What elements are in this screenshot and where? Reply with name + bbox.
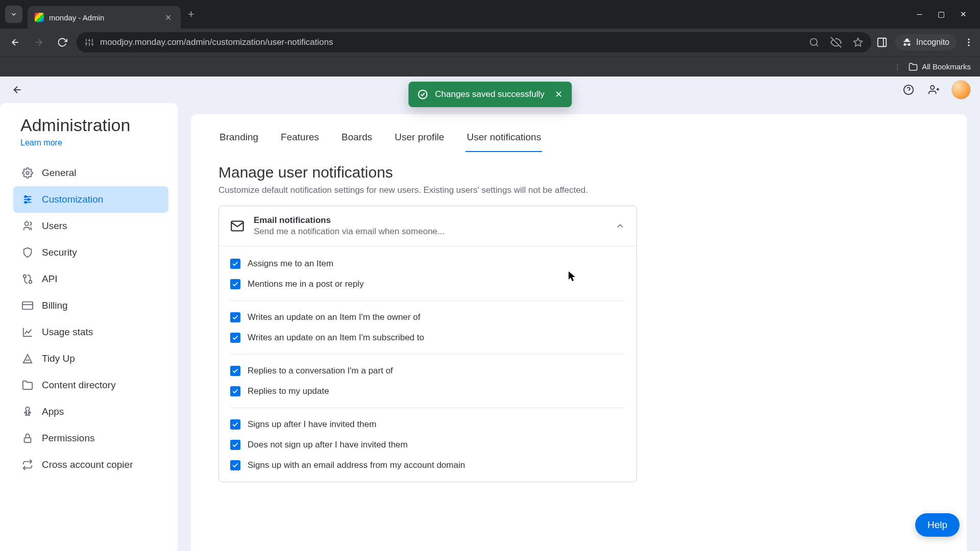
- sidebar-item-content-directory[interactable]: Content directory: [13, 372, 168, 398]
- checkbox[interactable]: [230, 333, 240, 343]
- tab-search-button[interactable]: [5, 6, 22, 23]
- sidebar-item-label: Users: [42, 220, 67, 232]
- app-viewport: Changes saved successfully ✕ Administrat…: [0, 77, 980, 551]
- sidebar-item-users[interactable]: Users: [13, 213, 168, 239]
- svg-point-18: [968, 41, 969, 43]
- svg-point-27: [26, 171, 29, 174]
- checkbox-row: Replies to my update: [230, 381, 625, 402]
- checkbox[interactable]: [230, 419, 240, 430]
- reload-button[interactable]: [53, 33, 71, 52]
- sidebar-item-label: Apps: [42, 406, 64, 417]
- invite-icon-button[interactable]: [926, 82, 942, 98]
- svg-point-17: [968, 39, 969, 40]
- forward-button[interactable]: [30, 33, 48, 52]
- chart-icon: [21, 326, 34, 338]
- gear-icon: [21, 167, 34, 179]
- checkbox-row: Signs up after I have invited them: [230, 414, 625, 435]
- checkbox[interactable]: [230, 312, 240, 322]
- sidebar-item-customization[interactable]: Customization: [13, 186, 168, 213]
- sidebar-item-label: Usage stats: [42, 327, 93, 338]
- new-tab-button[interactable]: +: [188, 8, 194, 21]
- svg-point-11: [811, 39, 817, 45]
- minimize-button[interactable]: ─: [917, 10, 922, 19]
- browser-toolbar: moodjoy.monday.com/admin/customization/u…: [0, 29, 980, 56]
- sidebar-item-billing[interactable]: Billing: [13, 292, 168, 319]
- users-icon: [21, 220, 34, 232]
- svg-rect-15: [878, 38, 887, 47]
- svg-point-31: [25, 196, 27, 198]
- tab-features[interactable]: Features: [280, 127, 320, 152]
- sidebar-item-label: Customization: [42, 194, 103, 205]
- eye-off-icon[interactable]: [830, 37, 842, 48]
- all-bookmarks-button[interactable]: All Bookmarks: [922, 62, 971, 71]
- card-header[interactable]: Email notifications Send me a notificati…: [219, 206, 636, 246]
- arrow-left-icon: [10, 37, 20, 47]
- help-icon-button[interactable]: [900, 82, 917, 98]
- tab-branding[interactable]: Branding: [218, 127, 259, 152]
- sidebar-item-apps[interactable]: Apps: [13, 398, 168, 425]
- sidebar-item-security[interactable]: Security: [13, 239, 168, 266]
- sidebar-item-tidy-up[interactable]: Tidy Up: [13, 345, 168, 372]
- sidebar-item-cross-account-copier[interactable]: Cross account copier: [13, 452, 168, 478]
- bookmarks-bar: | All Bookmarks: [0, 56, 980, 77]
- svg-point-36: [29, 281, 32, 284]
- tab-close-button[interactable]: ✕: [163, 12, 174, 23]
- svg-line-12: [816, 44, 818, 46]
- zoom-icon[interactable]: [809, 37, 819, 47]
- checkbox[interactable]: [230, 366, 240, 376]
- reload-icon: [57, 37, 67, 47]
- group-divider: [230, 300, 625, 301]
- sidebar-item-permissions[interactable]: Permissions: [13, 425, 168, 452]
- tab-user-profile[interactable]: User profile: [394, 127, 445, 152]
- help-button[interactable]: Help: [915, 513, 960, 537]
- learn-more-link[interactable]: Learn more: [0, 135, 178, 157]
- svg-point-35: [23, 275, 27, 278]
- sidebar-item-general[interactable]: General: [13, 160, 168, 186]
- checkbox[interactable]: [230, 259, 240, 269]
- incognito-label: Incognito: [916, 38, 949, 47]
- checkbox[interactable]: [230, 460, 240, 470]
- group-divider: [230, 354, 625, 355]
- close-window-button[interactable]: ✕: [960, 10, 967, 19]
- tab-boards[interactable]: Boards: [340, 127, 373, 152]
- maximize-button[interactable]: ▢: [938, 10, 945, 19]
- sidebar-title: Administration: [0, 115, 178, 135]
- question-icon: [903, 84, 914, 95]
- site-settings-icon: [85, 38, 94, 47]
- sidebar-item-usage-stats[interactable]: Usage stats: [13, 319, 168, 345]
- api-icon: [21, 273, 34, 285]
- svg-point-34: [25, 222, 29, 226]
- sidebar-item-label: Permissions: [42, 433, 94, 444]
- checkbox-row: Writes an update on an Item I'm the owne…: [230, 307, 625, 328]
- mail-icon: [230, 219, 244, 233]
- checkbox-row: Replies to a conversation I'm a part of: [230, 361, 625, 381]
- main-panel: BrandingFeaturesBoardsUser profileUser n…: [191, 114, 967, 551]
- folder-icon: [21, 379, 34, 391]
- avatar[interactable]: [951, 80, 971, 99]
- svg-point-32: [28, 198, 30, 201]
- checkbox-label: Assigns me to an Item: [248, 259, 333, 269]
- side-panel-icon[interactable]: [876, 37, 888, 48]
- incognito-indicator[interactable]: Incognito: [895, 34, 957, 51]
- sidebar-item-label: Tidy Up: [42, 353, 75, 364]
- sidebar: Administration Learn more GeneralCustomi…: [0, 103, 178, 551]
- checkbox[interactable]: [230, 386, 240, 396]
- card-subtitle: Send me a notification via email when so…: [254, 227, 606, 237]
- sidebar-item-api[interactable]: API: [13, 266, 168, 292]
- back-button[interactable]: [6, 33, 24, 52]
- chevron-up-icon: [615, 221, 625, 231]
- browser-menu-icon[interactable]: [964, 37, 974, 47]
- checkbox-label: Replies to a conversation I'm a part of: [248, 366, 393, 376]
- toast-close-button[interactable]: ✕: [555, 89, 562, 100]
- address-bar[interactable]: moodjoy.monday.com/admin/customization/u…: [77, 32, 871, 53]
- checkbox[interactable]: [230, 440, 240, 450]
- favicon-icon: [35, 13, 44, 22]
- checkbox-label: Writes an update on an Item I'm subscrib…: [248, 333, 424, 343]
- checkbox[interactable]: [230, 279, 240, 289]
- star-icon[interactable]: [853, 37, 863, 47]
- check-circle-icon: [418, 89, 428, 99]
- tab-user-notifications[interactable]: User notifications: [465, 127, 542, 152]
- browser-tab-strip: monday - Admin ✕ + ─ ▢ ✕: [0, 0, 980, 29]
- app-back-button[interactable]: [9, 82, 26, 98]
- browser-tab[interactable]: monday - Admin ✕: [28, 6, 181, 29]
